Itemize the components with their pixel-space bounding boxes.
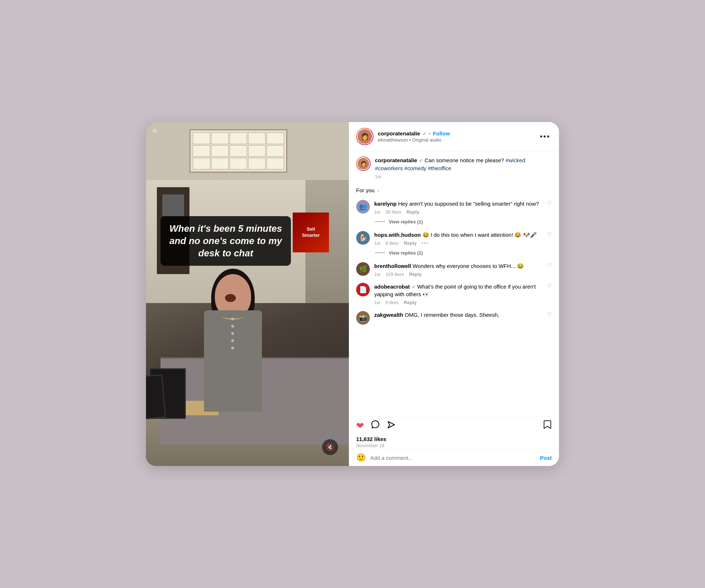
post-comment-button[interactable]: Post xyxy=(540,455,552,461)
mute-button[interactable]: 🔇 xyxy=(322,439,338,455)
comment-body: hops.with.hudson 😂 I do this too when I … xyxy=(374,231,543,246)
follow-button[interactable]: Follow xyxy=(433,130,450,136)
comment-button[interactable] xyxy=(371,420,380,432)
comment-text: hops.with.hudson 😂 I do this too when I … xyxy=(374,231,543,239)
sell-smarter-sign: Sell Smarter xyxy=(293,213,329,252)
comment-username[interactable]: zakgwealth xyxy=(374,312,403,318)
header-username[interactable]: corporatenatalie xyxy=(378,130,420,136)
reply-button[interactable]: Reply xyxy=(406,209,419,215)
likes-row: 11,632 likes November 18 xyxy=(349,434,559,449)
comment-body: adobeacrobat ✓ What's the point of going… xyxy=(374,283,543,306)
view-replies-row[interactable]: View replies (1) xyxy=(349,249,559,259)
view-replies-line xyxy=(375,221,385,222)
view-replies-text: View replies (1) xyxy=(389,219,423,224)
comment-heart-icon[interactable]: ♡ xyxy=(547,311,552,318)
comment-heart-icon[interactable]: ♡ xyxy=(547,262,552,269)
comment-meta: 1w 109 likes Reply xyxy=(374,272,543,277)
caption-avatar-ring[interactable]: 👩 xyxy=(356,156,371,171)
comment-avatar-zak[interactable]: 📸 xyxy=(356,311,370,325)
comment-body: zakgwealth OMG, I remember those days. S… xyxy=(374,311,543,319)
comment-avatar-karelynp[interactable]: 👥 xyxy=(356,200,370,214)
likes-count: 11,632 likes xyxy=(356,436,552,442)
caption-content: corporatenatalie ✓ Can someone notice me… xyxy=(375,156,552,179)
comment-body: karelynp Hey aren't you supposed to be "… xyxy=(374,200,543,215)
caption-text: corporatenatalie ✓ Can someone notice me… xyxy=(375,156,552,172)
comment-item: 👥 karelynp Hey aren't you supposed to be… xyxy=(349,197,559,218)
post-date: November 18 xyxy=(356,443,552,448)
comment-verified: ✓ xyxy=(412,284,416,290)
emoji-button[interactable]: 🙂 xyxy=(356,453,366,462)
comment-content: Wonders why everyone chooses to WFH... 😂 xyxy=(413,263,524,269)
comment-username[interactable]: brenthollowell xyxy=(374,263,411,269)
reply-button[interactable]: Reply xyxy=(409,272,422,277)
comment-input[interactable] xyxy=(370,455,535,461)
comment-time: 1w xyxy=(374,272,380,277)
chevron-down-icon: ⌄ xyxy=(377,188,380,193)
reply-button[interactable]: Reply xyxy=(404,300,416,305)
comment-more-icon[interactable]: ••• xyxy=(422,240,429,246)
caption-username[interactable]: corporatenatalie xyxy=(375,157,417,163)
video-panel: Sell Smarter xyxy=(146,122,349,466)
comment-text: adobeacrobat ✓ What's the point of going… xyxy=(374,283,543,298)
caption-verified: ✓ xyxy=(419,158,423,163)
comment-content: OMG, I remember those days. Sheesh, xyxy=(405,312,499,318)
comment-content: Hey aren't you supposed to be "selling s… xyxy=(398,201,539,207)
comment-likes: 8 likes xyxy=(385,240,399,246)
comment-text: brenthollowell Wonders why everyone choo… xyxy=(374,262,543,270)
comment-time: 1w xyxy=(374,209,380,215)
person xyxy=(193,274,273,448)
add-comment-row: 🙂 Post xyxy=(349,449,559,466)
comment-item: 🌿 brenthollowell Wonders why everyone ch… xyxy=(349,259,559,280)
comment-username[interactable]: adobeacrobat xyxy=(374,284,410,290)
comment-heart-icon[interactable]: ♡ xyxy=(547,231,552,238)
post-header: 👩 corporatenatalie ✓ • Follow elimatthew… xyxy=(349,122,559,151)
avatar-placeholder: 🐕 xyxy=(356,231,370,245)
post-card: Sell Smarter xyxy=(146,122,559,466)
header-dot-separator: • xyxy=(429,131,431,136)
view-replies-text: View replies (1) xyxy=(389,250,423,256)
avatar-placeholder: 📸 xyxy=(356,311,370,325)
caption-main-text: Can someone notice me please? xyxy=(425,157,505,163)
comments-scroll-area[interactable]: 👩 corporatenatalie ✓ Can someone notice … xyxy=(349,151,559,416)
video-caption: When it's been 5 minutes and no one's co… xyxy=(160,216,291,266)
avatar-placeholder: 👥 xyxy=(356,200,370,214)
comment-item: 📄 adobeacrobat ✓ What's the point of goi… xyxy=(349,280,559,308)
comment-likes: 39 likes xyxy=(385,209,401,215)
avatar-placeholder: 📄 xyxy=(356,283,370,297)
header-avatar-ring[interactable]: 👩 xyxy=(356,128,374,145)
post-caption: 👩 corporatenatalie ✓ Can someone notice … xyxy=(349,156,559,184)
header-sub: elimatthewson • Original audio xyxy=(378,137,538,143)
more-options-button[interactable]: ••• xyxy=(538,132,552,141)
video-caption-text: When it's been 5 minutes and no one's co… xyxy=(168,223,283,259)
office-scene: Sell Smarter xyxy=(146,122,349,466)
for-you-label: For you xyxy=(356,187,375,193)
comment-heart-icon[interactable]: ♡ xyxy=(547,200,552,206)
view-replies-row[interactable]: View replies (1) xyxy=(349,218,559,228)
comment-likes: 109 likes xyxy=(385,272,404,277)
for-you-row[interactable]: For you ⌄ xyxy=(349,184,559,197)
comment-meta: 1w 39 likes Reply xyxy=(374,209,543,215)
comment-item: 🐕 hops.with.hudson 😂 I do this too when … xyxy=(349,228,559,249)
comment-item: 📸 zakgwealth OMG, I remember those days.… xyxy=(349,308,559,328)
camera-dot xyxy=(153,129,157,133)
comment-text: zakgwealth OMG, I remember those days. S… xyxy=(374,311,543,319)
view-replies-line xyxy=(375,252,385,253)
comment-username[interactable]: hops.with.hudson xyxy=(374,232,421,238)
reply-button[interactable]: Reply xyxy=(404,240,416,246)
comment-time: 1w xyxy=(374,240,380,246)
bookmark-button[interactable] xyxy=(543,420,552,432)
like-button[interactable]: ❤ xyxy=(356,420,364,432)
share-button[interactable] xyxy=(387,420,396,432)
comment-heart-icon[interactable]: ♡ xyxy=(547,283,552,289)
comment-text: karelynp Hey aren't you supposed to be "… xyxy=(374,200,543,207)
mute-icon: 🔇 xyxy=(326,443,334,451)
comment-avatar-hops[interactable]: 🐕 xyxy=(356,231,370,245)
comment-meta: 1w 8 likes Reply xyxy=(374,300,543,305)
comment-avatar-adobe[interactable]: 📄 xyxy=(356,283,370,297)
comment-avatar-brent[interactable]: 🌿 xyxy=(356,262,370,276)
caption-avatar: 👩 xyxy=(357,157,370,170)
comment-username[interactable]: karelynp xyxy=(374,201,397,207)
header-verified-badge: ✓ xyxy=(422,131,427,136)
comment-meta: 1w 8 likes Reply ••• xyxy=(374,240,543,246)
header-info: corporatenatalie ✓ • Follow elimatthewso… xyxy=(378,130,538,143)
